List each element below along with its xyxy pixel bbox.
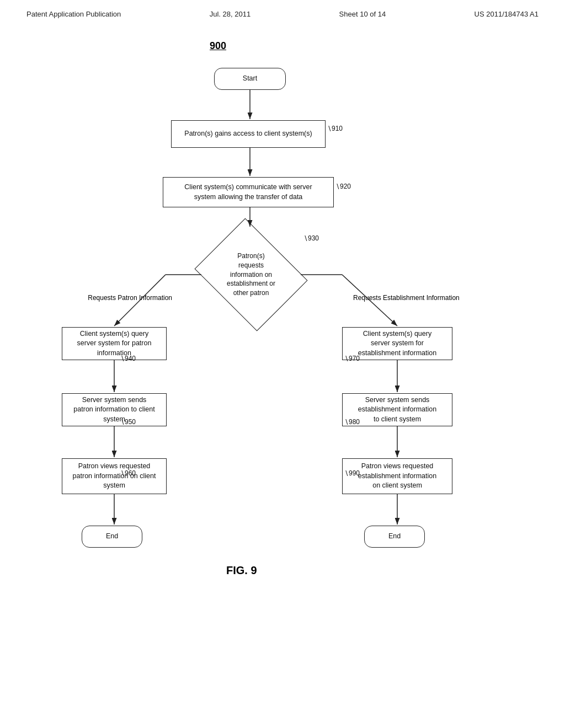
box-950: Server system sends patron information t… [62,393,167,426]
ref-950: ∖950 [120,418,136,426]
diagram-area: 900 Start Patron(s) gains access to clie… [0,24,565,697]
box-940: Client system(s) query server system for… [62,327,167,360]
page-header: Patent Application Publication Jul. 28, … [0,0,565,18]
header-left: Patent Application Publication [26,10,121,18]
start-box: Start [214,68,286,90]
ref-960: ∖960 [120,469,136,477]
ref-940: ∖940 [120,355,136,362]
ref-970: ∖970 [344,355,360,362]
header-right: US 2011/184743 A1 [475,10,539,18]
header-middle: Jul. 28, 2011 [210,10,250,18]
ref-920: ∖920 [335,183,351,190]
diagram-number: 900 [210,40,226,52]
end-box-left: End [82,526,142,548]
diamond-930: Patron(s) requests information on establ… [201,228,301,322]
ref-930: ∖930 [303,234,319,242]
label-patron-info: Requests Patron Information [62,294,172,302]
ref-980: ∖980 [344,418,360,426]
ref-910: ∖910 [327,125,343,132]
fig-label: FIG. 9 [226,564,257,577]
box-920: Client system(s) communicate with server… [163,177,334,207]
label-estab-info: Requests Establishment Information [353,294,469,302]
end-box-right: End [364,526,425,548]
box-910: Patron(s) gains access to client system(… [171,120,326,148]
header-sheet: Sheet 10 of 14 [339,10,386,18]
ref-990: ∖990 [344,469,360,477]
box-960: Patron views requested patron informatio… [62,458,167,494]
